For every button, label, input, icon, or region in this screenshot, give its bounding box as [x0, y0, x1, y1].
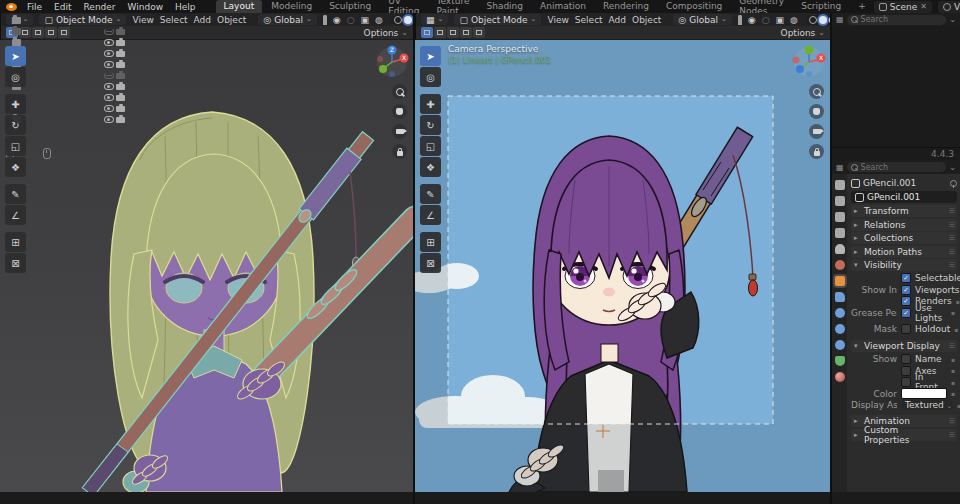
material-properties-tab[interactable]: [835, 372, 845, 382]
workspace-tab-animation[interactable]: Animation: [532, 0, 594, 13]
editor-type-button[interactable]: ▦⌄: [421, 14, 448, 25]
transform-orientation-dropdown[interactable]: ◎Global⌄: [673, 14, 731, 25]
disable-render-toggle[interactable]: [116, 106, 125, 112]
modifier-properties-tab[interactable]: [835, 292, 845, 302]
panel-custom-properties[interactable]: ▸Custom Properties☰: [851, 429, 957, 441]
in-front-checkbox[interactable]: ✓: [901, 377, 911, 387]
output-properties-tab[interactable]: [835, 212, 845, 222]
hide-viewport-toggle[interactable]: [104, 61, 114, 68]
menu-edit[interactable]: Edit: [48, 2, 77, 12]
tool-interactive-add[interactable]: ⊠: [420, 253, 441, 273]
menu-help[interactable]: Help: [169, 2, 202, 12]
select-mode-intersect[interactable]: [473, 27, 485, 38]
tool-scale[interactable]: ◱: [5, 136, 26, 156]
lock-view-icon[interactable]: [809, 144, 824, 159]
workspace-tab-compositing[interactable]: Compositing: [658, 0, 730, 13]
workspace-tab-rendering[interactable]: Rendering: [595, 0, 657, 13]
tool-properties-tab[interactable]: [835, 180, 845, 190]
tool-measure[interactable]: ∠: [420, 205, 441, 225]
proportional-editing-toggle[interactable]: ○: [347, 15, 355, 25]
panel-relations[interactable]: ▸Relations☰: [851, 219, 957, 231]
scene-selector[interactable]: Scene ✕: [874, 1, 932, 13]
viewports-checkbox[interactable]: ✓: [901, 285, 911, 295]
workspace-tab-scripting[interactable]: Scripting: [793, 0, 849, 13]
tool-options-dropdown[interactable]: Options⌄: [781, 28, 825, 38]
select-mode-invert[interactable]: [460, 27, 472, 38]
tool-select-box[interactable]: ➤: [420, 46, 441, 66]
object-data-properties-tab[interactable]: [835, 356, 845, 366]
viewport-right-canvas[interactable]: Camera Perspective (1) Lineart | GPencil…: [415, 40, 830, 492]
shading-wireframe-button[interactable]: [394, 16, 402, 24]
select-mode-intersect[interactable]: [58, 27, 70, 38]
disable-render-toggle[interactable]: [116, 84, 125, 90]
camera-view-icon[interactable]: [809, 124, 824, 139]
properties-editor-type-icon[interactable]: ▦: [836, 163, 844, 172]
disable-render-toggle[interactable]: [116, 29, 125, 35]
menu-select[interactable]: Select: [575, 15, 603, 25]
use-lights-checkbox[interactable]: ✓: [901, 308, 911, 318]
tool-options-dropdown[interactable]: Options⌄: [364, 28, 408, 38]
navigation-gizmo[interactable]: X Z: [375, 45, 409, 79]
show-overlays-toggle[interactable]: ◍: [375, 15, 383, 25]
disable-render-toggle[interactable]: [116, 95, 125, 101]
properties-options-icon[interactable]: ⌄: [949, 163, 956, 172]
mode-dropdown[interactable]: ▢Object Mode⌄: [454, 14, 541, 25]
workspace-add-button[interactable]: +: [850, 0, 874, 13]
tool-select-box[interactable]: ➤: [5, 46, 26, 66]
selectable-checkbox[interactable]: ✓: [901, 273, 911, 283]
panel-transform[interactable]: ▸Transform☰: [851, 205, 957, 217]
zoom-icon[interactable]: [809, 84, 824, 99]
menu-file[interactable]: File: [21, 2, 48, 12]
lock-view-icon[interactable]: [392, 144, 407, 159]
shading-wireframe-button[interactable]: [809, 16, 817, 24]
hide-viewport-toggle[interactable]: [104, 72, 114, 79]
blender-logo-icon[interactable]: [6, 3, 17, 11]
holdout-checkbox[interactable]: ✓: [901, 324, 911, 334]
menu-object[interactable]: Object: [632, 15, 661, 25]
show-gizmo-toggle[interactable]: ▣: [776, 15, 785, 25]
show-overlays-toggle[interactable]: ◍: [790, 15, 798, 25]
menu-view[interactable]: View: [132, 15, 153, 25]
show-gizmo-toggle[interactable]: ▣: [361, 15, 370, 25]
tool-add-cube[interactable]: ⊞: [5, 232, 26, 252]
physics-properties-tab[interactable]: [835, 324, 845, 334]
editor-splitter[interactable]: [413, 13, 415, 504]
tool-scale[interactable]: ◱: [420, 136, 441, 156]
unlink-scene-icon[interactable]: ✕: [920, 2, 927, 11]
snap-toggle[interactable]: [323, 15, 327, 25]
pivot-point-dropdown[interactable]: ◉: [748, 15, 756, 25]
panel-collections[interactable]: ▸Collections☰: [851, 232, 957, 244]
outliner-filter-button[interactable]: ⌄: [949, 15, 956, 24]
mode-dropdown[interactable]: ▢Object Mode⌄: [39, 14, 126, 25]
navigation-gizmo[interactable]: X: [792, 45, 826, 79]
pan-hand-icon[interactable]: [392, 104, 407, 119]
tool-rotate[interactable]: ↻: [5, 115, 26, 135]
outliner-display-mode-dropdown[interactable]: ▦: [836, 15, 844, 24]
panel-visibility[interactable]: ▾Visibility☰: [851, 259, 957, 271]
snap-toggle[interactable]: [738, 15, 742, 25]
disable-render-toggle[interactable]: [116, 40, 125, 46]
select-mode-invert[interactable]: [45, 27, 57, 38]
menu-add[interactable]: Add: [609, 15, 626, 25]
pan-hand-icon[interactable]: [809, 104, 824, 119]
disable-render-toggle[interactable]: [116, 73, 125, 79]
select-mode-subtract[interactable]: [447, 27, 459, 38]
shading-solid-button[interactable]: [404, 16, 412, 24]
object-name-field[interactable]: GPencil.001: [851, 191, 957, 203]
panel-viewport-display[interactable]: ▾Viewport Display☰: [851, 340, 957, 352]
select-mode-extend[interactable]: [434, 27, 446, 38]
menu-object[interactable]: Object: [217, 15, 246, 25]
transform-orientation-dropdown[interactable]: ◎Global⌄: [258, 14, 316, 25]
hide-viewport-toggle[interactable]: [104, 94, 114, 101]
proportional-editing-toggle[interactable]: ○: [762, 15, 770, 25]
camera-view-icon[interactable]: [392, 124, 407, 139]
object-properties-tab[interactable]: [835, 276, 845, 286]
select-mode-set[interactable]: [421, 27, 433, 38]
view-layer-selector[interactable]: ViewLayer: [938, 1, 960, 13]
zoom-icon[interactable]: [392, 84, 407, 99]
tool-transform[interactable]: ❖: [5, 157, 26, 177]
tool-annotate[interactable]: ✎: [5, 184, 26, 204]
menu-window[interactable]: Window: [122, 2, 170, 12]
object-color-swatch[interactable]: [901, 388, 947, 399]
workspace-tab-modeling[interactable]: Modeling: [263, 0, 320, 13]
